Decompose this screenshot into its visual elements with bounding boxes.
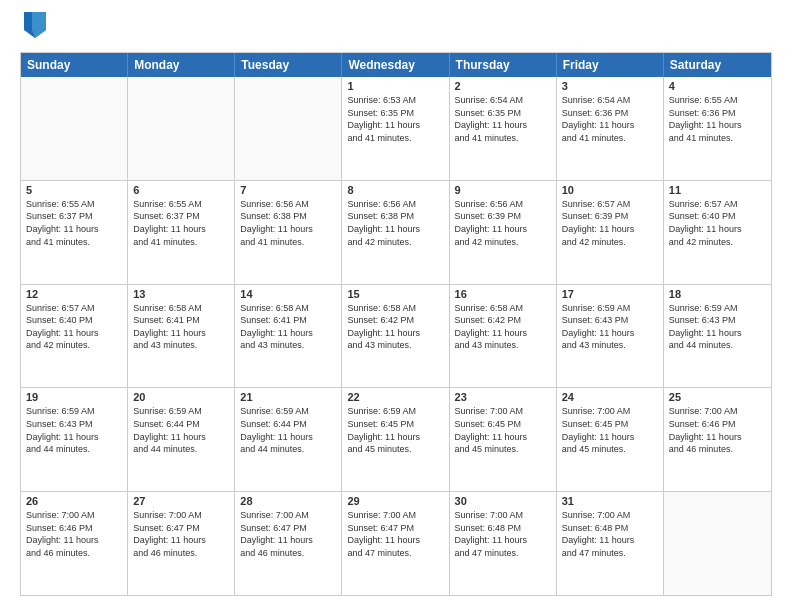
cell-info: Sunrise: 7:00 AM Sunset: 6:46 PM Dayligh… <box>26 509 122 559</box>
calendar-cell: 10Sunrise: 6:57 AM Sunset: 6:39 PM Dayli… <box>557 181 664 284</box>
calendar-cell <box>235 77 342 180</box>
day-number: 30 <box>455 495 551 507</box>
cell-info: Sunrise: 6:57 AM Sunset: 6:40 PM Dayligh… <box>669 198 766 248</box>
calendar-cell: 29Sunrise: 7:00 AM Sunset: 6:47 PM Dayli… <box>342 492 449 595</box>
calendar-week-row: 1Sunrise: 6:53 AM Sunset: 6:35 PM Daylig… <box>21 77 771 180</box>
cell-info: Sunrise: 6:54 AM Sunset: 6:35 PM Dayligh… <box>455 94 551 144</box>
calendar-cell: 18Sunrise: 6:59 AM Sunset: 6:43 PM Dayli… <box>664 285 771 388</box>
calendar-cell <box>128 77 235 180</box>
cell-info: Sunrise: 6:55 AM Sunset: 6:36 PM Dayligh… <box>669 94 766 144</box>
day-number: 3 <box>562 80 658 92</box>
calendar-week-row: 5Sunrise: 6:55 AM Sunset: 6:37 PM Daylig… <box>21 180 771 284</box>
calendar-cell: 2Sunrise: 6:54 AM Sunset: 6:35 PM Daylig… <box>450 77 557 180</box>
day-number: 19 <box>26 391 122 403</box>
calendar-header-cell: Sunday <box>21 53 128 77</box>
cell-info: Sunrise: 6:58 AM Sunset: 6:41 PM Dayligh… <box>133 302 229 352</box>
calendar-header-cell: Tuesday <box>235 53 342 77</box>
calendar-week-row: 12Sunrise: 6:57 AM Sunset: 6:40 PM Dayli… <box>21 284 771 388</box>
day-number: 9 <box>455 184 551 196</box>
calendar-cell: 31Sunrise: 7:00 AM Sunset: 6:48 PM Dayli… <box>557 492 664 595</box>
day-number: 24 <box>562 391 658 403</box>
day-number: 12 <box>26 288 122 300</box>
calendar-header-cell: Monday <box>128 53 235 77</box>
calendar-header-row: SundayMondayTuesdayWednesdayThursdayFrid… <box>21 53 771 77</box>
calendar-body: 1Sunrise: 6:53 AM Sunset: 6:35 PM Daylig… <box>21 77 771 595</box>
cell-info: Sunrise: 6:55 AM Sunset: 6:37 PM Dayligh… <box>26 198 122 248</box>
calendar-cell: 11Sunrise: 6:57 AM Sunset: 6:40 PM Dayli… <box>664 181 771 284</box>
calendar-cell: 16Sunrise: 6:58 AM Sunset: 6:42 PM Dayli… <box>450 285 557 388</box>
day-number: 27 <box>133 495 229 507</box>
calendar-cell: 19Sunrise: 6:59 AM Sunset: 6:43 PM Dayli… <box>21 388 128 491</box>
calendar-cell: 17Sunrise: 6:59 AM Sunset: 6:43 PM Dayli… <box>557 285 664 388</box>
day-number: 8 <box>347 184 443 196</box>
calendar-cell: 23Sunrise: 7:00 AM Sunset: 6:45 PM Dayli… <box>450 388 557 491</box>
calendar-cell: 27Sunrise: 7:00 AM Sunset: 6:47 PM Dayli… <box>128 492 235 595</box>
day-number: 5 <box>26 184 122 196</box>
cell-info: Sunrise: 6:57 AM Sunset: 6:39 PM Dayligh… <box>562 198 658 248</box>
day-number: 13 <box>133 288 229 300</box>
calendar-cell: 5Sunrise: 6:55 AM Sunset: 6:37 PM Daylig… <box>21 181 128 284</box>
calendar-cell: 28Sunrise: 7:00 AM Sunset: 6:47 PM Dayli… <box>235 492 342 595</box>
cell-info: Sunrise: 6:59 AM Sunset: 6:43 PM Dayligh… <box>26 405 122 455</box>
day-number: 7 <box>240 184 336 196</box>
cell-info: Sunrise: 6:55 AM Sunset: 6:37 PM Dayligh… <box>133 198 229 248</box>
cell-info: Sunrise: 7:00 AM Sunset: 6:45 PM Dayligh… <box>455 405 551 455</box>
calendar-cell: 22Sunrise: 6:59 AM Sunset: 6:45 PM Dayli… <box>342 388 449 491</box>
calendar-cell: 21Sunrise: 6:59 AM Sunset: 6:44 PM Dayli… <box>235 388 342 491</box>
cell-info: Sunrise: 7:00 AM Sunset: 6:46 PM Dayligh… <box>669 405 766 455</box>
cell-info: Sunrise: 6:53 AM Sunset: 6:35 PM Dayligh… <box>347 94 443 144</box>
day-number: 28 <box>240 495 336 507</box>
calendar-cell: 3Sunrise: 6:54 AM Sunset: 6:36 PM Daylig… <box>557 77 664 180</box>
calendar-cell: 7Sunrise: 6:56 AM Sunset: 6:38 PM Daylig… <box>235 181 342 284</box>
logo-icon <box>24 12 46 42</box>
calendar-cell: 20Sunrise: 6:59 AM Sunset: 6:44 PM Dayli… <box>128 388 235 491</box>
cell-info: Sunrise: 6:57 AM Sunset: 6:40 PM Dayligh… <box>26 302 122 352</box>
day-number: 31 <box>562 495 658 507</box>
calendar-cell: 25Sunrise: 7:00 AM Sunset: 6:46 PM Dayli… <box>664 388 771 491</box>
day-number: 1 <box>347 80 443 92</box>
day-number: 23 <box>455 391 551 403</box>
day-number: 2 <box>455 80 551 92</box>
cell-info: Sunrise: 6:59 AM Sunset: 6:43 PM Dayligh… <box>562 302 658 352</box>
calendar-cell: 13Sunrise: 6:58 AM Sunset: 6:41 PM Dayli… <box>128 285 235 388</box>
cell-info: Sunrise: 7:00 AM Sunset: 6:47 PM Dayligh… <box>347 509 443 559</box>
day-number: 4 <box>669 80 766 92</box>
day-number: 20 <box>133 391 229 403</box>
calendar-cell: 8Sunrise: 6:56 AM Sunset: 6:38 PM Daylig… <box>342 181 449 284</box>
calendar: SundayMondayTuesdayWednesdayThursdayFrid… <box>20 52 772 596</box>
cell-info: Sunrise: 6:59 AM Sunset: 6:44 PM Dayligh… <box>240 405 336 455</box>
cell-info: Sunrise: 7:00 AM Sunset: 6:48 PM Dayligh… <box>562 509 658 559</box>
day-number: 14 <box>240 288 336 300</box>
cell-info: Sunrise: 6:56 AM Sunset: 6:38 PM Dayligh… <box>347 198 443 248</box>
svg-marker-1 <box>32 12 46 38</box>
day-number: 6 <box>133 184 229 196</box>
calendar-cell: 14Sunrise: 6:58 AM Sunset: 6:41 PM Dayli… <box>235 285 342 388</box>
calendar-cell: 26Sunrise: 7:00 AM Sunset: 6:46 PM Dayli… <box>21 492 128 595</box>
day-number: 10 <box>562 184 658 196</box>
cell-info: Sunrise: 6:59 AM Sunset: 6:45 PM Dayligh… <box>347 405 443 455</box>
calendar-cell: 15Sunrise: 6:58 AM Sunset: 6:42 PM Dayli… <box>342 285 449 388</box>
cell-info: Sunrise: 6:59 AM Sunset: 6:44 PM Dayligh… <box>133 405 229 455</box>
cell-info: Sunrise: 6:56 AM Sunset: 6:38 PM Dayligh… <box>240 198 336 248</box>
calendar-cell: 6Sunrise: 6:55 AM Sunset: 6:37 PM Daylig… <box>128 181 235 284</box>
calendar-week-row: 19Sunrise: 6:59 AM Sunset: 6:43 PM Dayli… <box>21 387 771 491</box>
cell-info: Sunrise: 7:00 AM Sunset: 6:47 PM Dayligh… <box>133 509 229 559</box>
cell-info: Sunrise: 7:00 AM Sunset: 6:45 PM Dayligh… <box>562 405 658 455</box>
calendar-cell: 12Sunrise: 6:57 AM Sunset: 6:40 PM Dayli… <box>21 285 128 388</box>
cell-info: Sunrise: 6:58 AM Sunset: 6:42 PM Dayligh… <box>455 302 551 352</box>
day-number: 11 <box>669 184 766 196</box>
cell-info: Sunrise: 6:54 AM Sunset: 6:36 PM Dayligh… <box>562 94 658 144</box>
day-number: 29 <box>347 495 443 507</box>
day-number: 15 <box>347 288 443 300</box>
cell-info: Sunrise: 6:58 AM Sunset: 6:41 PM Dayligh… <box>240 302 336 352</box>
page: SundayMondayTuesdayWednesdayThursdayFrid… <box>0 0 792 612</box>
day-number: 25 <box>669 391 766 403</box>
calendar-week-row: 26Sunrise: 7:00 AM Sunset: 6:46 PM Dayli… <box>21 491 771 595</box>
calendar-cell: 1Sunrise: 6:53 AM Sunset: 6:35 PM Daylig… <box>342 77 449 180</box>
calendar-cell: 4Sunrise: 6:55 AM Sunset: 6:36 PM Daylig… <box>664 77 771 180</box>
calendar-cell <box>21 77 128 180</box>
header <box>20 16 772 42</box>
calendar-cell: 24Sunrise: 7:00 AM Sunset: 6:45 PM Dayli… <box>557 388 664 491</box>
day-number: 22 <box>347 391 443 403</box>
cell-info: Sunrise: 6:59 AM Sunset: 6:43 PM Dayligh… <box>669 302 766 352</box>
